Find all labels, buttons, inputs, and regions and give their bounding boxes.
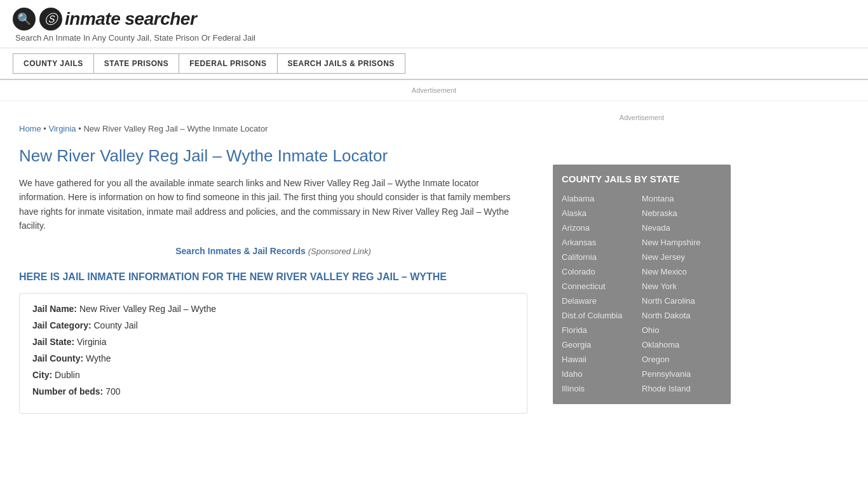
state-item[interactable]: Idaho — [562, 367, 642, 381]
state-item[interactable]: Georgia — [562, 338, 642, 351]
jail-city-value: Dublin — [55, 370, 80, 380]
jail-category-value: County Jail — [93, 320, 137, 330]
state-item[interactable]: Colorado — [562, 265, 642, 278]
breadcrumb-state[interactable]: Virginia — [48, 124, 76, 133]
sidebar-ad: Advertisement — [553, 114, 731, 152]
state-item[interactable]: New Jersey — [642, 250, 722, 264]
state-item[interactable]: Arkansas — [562, 236, 642, 249]
jail-name-row: Jail Name: New River Valley Reg Jail – W… — [32, 304, 514, 314]
logo-text: Ⓢ inmate searcher — [39, 8, 196, 30]
logo-icon: 🔍 — [13, 8, 36, 30]
search-jails-button[interactable]: SEARCH JAILS & PRISONS — [278, 53, 405, 74]
state-item[interactable]: California — [562, 250, 642, 264]
jail-county-row: Jail County: Wythe — [32, 353, 514, 363]
jail-name-value: New River Valley Reg Jail – Wythe — [79, 304, 216, 314]
ad-bar: Advertisement — [0, 80, 868, 101]
state-item[interactable]: New York — [642, 280, 722, 293]
logo-area: 🔍 Ⓢ inmate searcher — [13, 8, 855, 30]
search-link-area: Search Inmates & Jail Records (Sponsored… — [19, 246, 527, 256]
federal-prisons-button[interactable]: FEDERAL PRISONS — [179, 53, 277, 74]
breadcrumb: Home • Virginia • New River Valley Reg J… — [19, 124, 527, 133]
breadcrumb-current: New River Valley Reg Jail – Wythe Inmate… — [83, 124, 268, 133]
jail-city-row: City: Dublin — [32, 370, 514, 380]
content-wrapper: Home • Virginia • New River Valley Reg J… — [0, 101, 868, 426]
state-item[interactable]: Montana — [642, 192, 722, 205]
header: 🔍 Ⓢ inmate searcher Search An Inmate In … — [0, 0, 868, 48]
state-item[interactable]: Nevada — [642, 221, 722, 234]
jail-category-row: Jail Category: County Jail — [32, 320, 514, 330]
state-item[interactable]: Illinois — [562, 382, 642, 395]
jail-beds-value: 700 — [105, 386, 120, 396]
state-item[interactable]: Florida — [562, 323, 642, 337]
state-item[interactable]: North Carolina — [642, 294, 722, 308]
state-item[interactable]: Dist.of Columbia — [562, 309, 642, 322]
state-item[interactable]: Ohio — [642, 323, 722, 337]
jail-county-label: Jail County: — [32, 353, 83, 363]
section-heading: HERE IS JAIL INMATE INFORMATION FOR THE … — [19, 271, 527, 283]
body-text: We have gathered for you all the availab… — [19, 176, 527, 233]
jail-name-label: Jail Name: — [32, 304, 77, 314]
jail-state-value: Virginia — [77, 337, 106, 347]
state-item[interactable]: Nebraska — [642, 207, 722, 220]
state-item[interactable]: New Mexico — [642, 265, 722, 278]
sponsored-label: (Sponsored Link) — [308, 247, 371, 256]
jail-beds-row: Number of beds: 700 — [32, 386, 514, 396]
county-jails-button[interactable]: COUNTY JAILS — [13, 53, 94, 74]
state-item[interactable]: Alabama — [562, 192, 642, 205]
breadcrumb-home[interactable]: Home — [19, 124, 41, 133]
state-item[interactable]: Oklahoma — [642, 338, 722, 351]
jail-state-label: Jail State: — [32, 337, 74, 347]
jail-beds-label: Number of beds: — [32, 386, 103, 396]
state-item[interactable]: Pennsylvania — [642, 367, 722, 381]
nav-inner: COUNTY JAILS STATE PRISONS FEDERAL PRISO… — [13, 53, 855, 74]
state-item[interactable]: Delaware — [562, 294, 642, 308]
state-item[interactable]: Hawaii — [562, 353, 642, 366]
tagline: Search An Inmate In Any County Jail, Sta… — [15, 33, 855, 43]
jail-county-value: Wythe — [86, 353, 111, 363]
search-inmates-link[interactable]: Search Inmates & Jail Records — [175, 246, 306, 256]
state-grid: AlabamaMontanaAlaskaNebraskaArizonaNevad… — [562, 192, 722, 395]
state-item[interactable]: Alaska — [562, 207, 642, 220]
state-item[interactable]: New Hampshire — [642, 236, 722, 249]
state-item[interactable]: Oregon — [642, 353, 722, 366]
state-box-title: COUNTY JAILS BY STATE — [562, 173, 722, 184]
main-content: Home • Virginia • New River Valley Reg J… — [0, 101, 546, 426]
jail-state-row: Jail State: Virginia — [32, 337, 514, 347]
nav: COUNTY JAILS STATE PRISONS FEDERAL PRISO… — [0, 48, 868, 80]
sidebar-ad-label: Advertisement — [620, 114, 664, 121]
jail-category-label: Jail Category: — [32, 320, 92, 330]
state-item[interactable]: Connecticut — [562, 280, 642, 293]
sidebar: Advertisement COUNTY JAILS BY STATE Alab… — [546, 101, 737, 426]
state-item[interactable]: Arizona — [562, 221, 642, 234]
state-item[interactable]: North Dakota — [642, 309, 722, 322]
state-prisons-button[interactable]: STATE PRISONS — [94, 53, 179, 74]
state-box: COUNTY JAILS BY STATE AlabamaMontanaAlas… — [553, 165, 731, 404]
info-box: Jail Name: New River Valley Reg Jail – W… — [19, 293, 527, 414]
state-item[interactable]: Rhode Island — [642, 382, 722, 395]
page-title: New River Valley Reg Jail – Wythe Inmate… — [19, 146, 527, 166]
jail-city-label: City: — [32, 370, 52, 380]
